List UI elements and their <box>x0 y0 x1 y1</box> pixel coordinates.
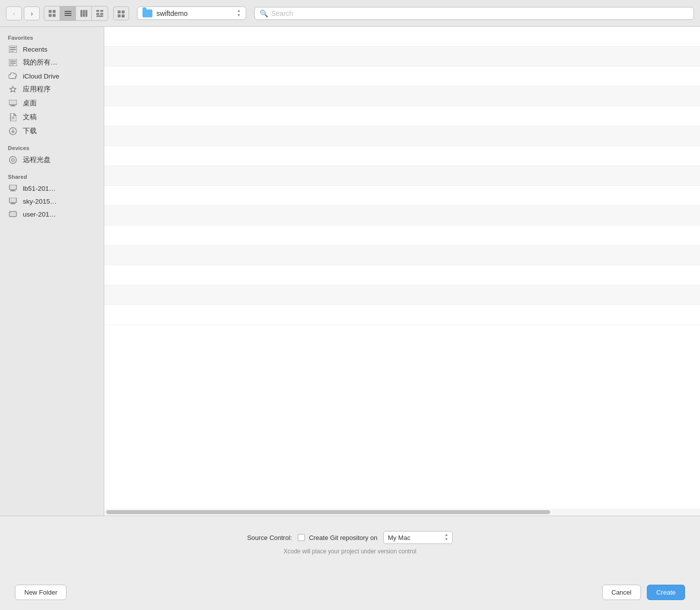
bottom-buttons: New Folder Cancel Create <box>10 585 690 600</box>
svg-rect-17 <box>118 14 121 17</box>
source-control-row: Source Control: Create Git repository on… <box>10 531 690 544</box>
svg-rect-16 <box>122 10 125 13</box>
svg-rect-22 <box>10 49 16 50</box>
create-git-label: Create Git repository on <box>309 534 377 541</box>
git-checkbox[interactable] <box>298 534 305 541</box>
downloads-icon <box>8 127 18 135</box>
svg-rect-0 <box>49 10 52 13</box>
icon-view-button[interactable] <box>44 6 60 20</box>
svg-rect-23 <box>10 51 14 52</box>
create-button[interactable]: Create <box>647 585 685 600</box>
svg-rect-7 <box>80 10 82 17</box>
file-row <box>104 166 700 186</box>
folder-name-label: swiftdemo <box>156 9 233 17</box>
folder-arrows-icon: ▲ ▼ <box>237 9 241 18</box>
back-button[interactable]: ‹ <box>6 6 22 20</box>
shared-header: Shared <box>0 171 104 182</box>
sidebar-item-icloud[interactable]: iCloud Drive <box>0 70 104 82</box>
svg-rect-48 <box>10 212 16 216</box>
apps-label: 应用程序 <box>23 85 51 94</box>
checkbox-container: Create Git repository on <box>298 534 377 541</box>
sidebar-item-downloads[interactable]: 下载 <box>0 124 104 138</box>
remote-disc-label: 远程光盘 <box>23 155 51 164</box>
file-row <box>104 226 700 245</box>
search-icon: 🔍 <box>260 9 268 17</box>
toolbar: ‹ › swiftdemo ▲ ▼ 🔍 <box>0 0 700 27</box>
svg-rect-9 <box>85 10 87 17</box>
sidebar-item-apps[interactable]: 应用程序 <box>0 82 104 96</box>
view-mode-group <box>44 6 108 21</box>
downloads-label: 下载 <box>23 127 37 136</box>
lb51-label: lb51-201… <box>23 185 56 192</box>
devices-header: Devices <box>0 142 104 153</box>
sidebar-item-user201[interactable]: user-201… <box>0 208 104 221</box>
sidebar-item-docs[interactable]: 文稿 <box>0 110 104 124</box>
sidebar-item-recents[interactable]: Recents <box>0 43 104 56</box>
file-row <box>104 67 700 86</box>
file-row <box>104 47 700 67</box>
mac-option-label: My Mac <box>388 534 440 541</box>
source-control-hint: Xcode will place your project under vers… <box>10 548 690 555</box>
new-folder-button[interactable]: New Folder <box>15 585 67 600</box>
file-row <box>104 285 700 305</box>
desktop-icon <box>8 99 18 107</box>
gallery-view-button[interactable] <box>92 6 108 20</box>
svg-point-38 <box>12 159 13 160</box>
icloud-icon <box>8 72 18 80</box>
nav-buttons: ‹ › <box>6 6 40 20</box>
bottom-panel: Source Control: Create Git repository on… <box>0 516 700 610</box>
horizontal-scrollbar[interactable] <box>104 509 700 516</box>
lb51-icon <box>8 184 18 192</box>
sidebar-item-sky2015[interactable]: sky-2015… <box>0 195 104 208</box>
svg-rect-30 <box>11 105 14 106</box>
view-more-button[interactable] <box>113 6 129 20</box>
svg-rect-25 <box>10 61 16 62</box>
forward-button[interactable]: › <box>24 6 40 20</box>
user201-label: user-201… <box>23 211 56 218</box>
mac-select[interactable]: My Mac ▲ ▼ <box>383 531 453 544</box>
svg-rect-11 <box>100 10 103 12</box>
file-row <box>104 305 700 325</box>
user201-icon <box>8 210 18 218</box>
folder-icon <box>142 9 152 17</box>
svg-rect-10 <box>96 10 99 12</box>
svg-rect-3 <box>53 14 56 17</box>
svg-rect-14 <box>96 15 103 17</box>
svg-rect-5 <box>65 13 71 14</box>
cancel-button[interactable]: Cancel <box>602 585 641 600</box>
hscroll-thumb[interactable] <box>106 510 550 514</box>
svg-rect-2 <box>49 14 52 17</box>
mac-select-arrows-icon: ▲ ▼ <box>444 533 448 542</box>
svg-rect-13 <box>100 13 103 15</box>
sidebar-item-all[interactable]: 我的所有… <box>0 56 104 70</box>
file-list[interactable] <box>104 27 700 516</box>
sky2015-label: sky-2015… <box>23 198 57 205</box>
svg-rect-12 <box>96 13 99 15</box>
list-view-button[interactable] <box>60 6 76 20</box>
file-row <box>104 27 700 47</box>
desktop-label: 桌面 <box>23 99 37 108</box>
svg-rect-6 <box>65 15 71 16</box>
file-row <box>104 106 700 126</box>
favorites-header: Favorites <box>0 32 104 43</box>
file-row <box>104 206 700 226</box>
sky2015-icon <box>8 197 18 205</box>
sidebar-item-remote-disc[interactable]: 远程光盘 <box>0 153 104 167</box>
search-box[interactable]: 🔍 <box>254 7 694 20</box>
sidebar-item-desktop[interactable]: 桌面 <box>0 96 104 110</box>
svg-rect-1 <box>53 10 56 13</box>
sidebar-item-lb51[interactable]: lb51-201… <box>0 182 104 195</box>
file-row <box>104 186 700 206</box>
svg-rect-41 <box>11 190 14 191</box>
column-view-button[interactable] <box>76 6 92 20</box>
remote-disc-icon <box>8 156 18 164</box>
icloud-label: iCloud Drive <box>23 73 60 80</box>
search-input[interactable] <box>271 9 689 17</box>
recents-icon <box>8 45 18 53</box>
file-row <box>104 126 700 146</box>
svg-rect-42 <box>10 191 15 192</box>
apps-icon <box>8 85 18 93</box>
main-area: Favorites Recents 我的所有… iCloud Drive 应用程… <box>0 27 700 516</box>
folder-selector[interactable]: swiftdemo ▲ ▼ <box>137 6 246 20</box>
svg-rect-8 <box>83 10 85 17</box>
